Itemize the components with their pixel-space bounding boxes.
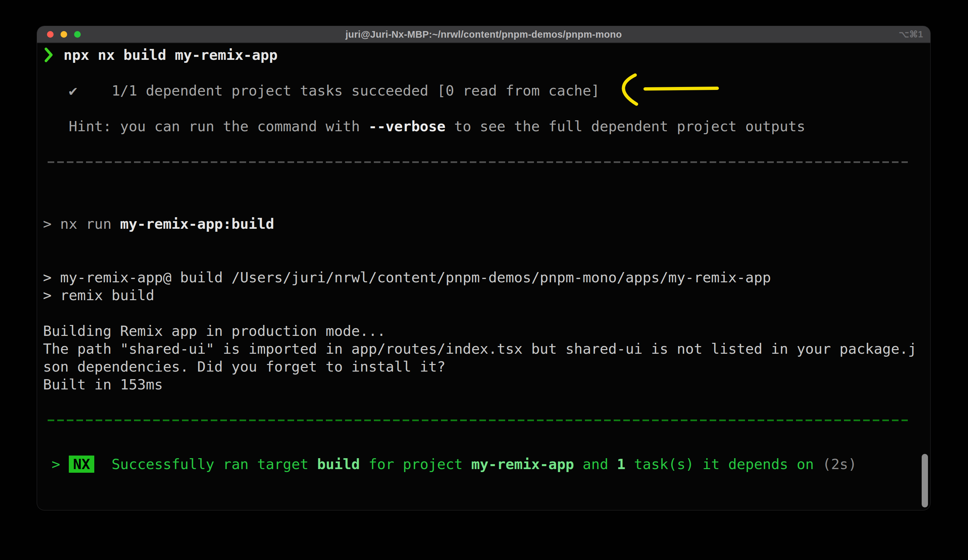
traffic-lights — [47, 26, 81, 43]
command-line: npx nx build my-remix-app — [43, 46, 930, 64]
home-symbol: ~ — [43, 509, 51, 510]
terminal-content[interactable]: npx nx build my-remix-app ✔ 1/1 dependen… — [37, 43, 930, 510]
nx-run-prefix: > nx run — [43, 216, 120, 232]
blank-line — [43, 393, 930, 411]
hint-line: Hint: you can run the command with --ver… — [43, 117, 930, 135]
success-task-count: 1 — [617, 456, 626, 472]
blank-line — [43, 99, 930, 117]
close-button-icon[interactable] — [47, 31, 54, 38]
package-script-line: > my-remix-app@ build /Users/juri/nrwl/c… — [43, 268, 930, 286]
cwd-path: /nrwl/content/pnpm-demos/ — [51, 509, 266, 510]
nx-success-line: > NX Successfully ran target build for p… — [43, 455, 930, 473]
blank-line — [43, 304, 930, 322]
success-target: build — [317, 456, 360, 472]
command-text: npx nx build my-remix-app — [55, 46, 278, 63]
build-output-line: The path "shared-ui" is imported in app/… — [43, 340, 930, 358]
build-output-line: son dependencies. Did you forget to inst… — [43, 358, 930, 375]
shell-path-line: ~/nrwl/content/pnpm-demos/pnpm-mono main… — [43, 509, 930, 510]
minimize-button-icon[interactable] — [61, 31, 67, 38]
blank-line — [43, 233, 930, 251]
git-branch: main — [343, 509, 394, 510]
success-project: my-remix-app — [471, 456, 574, 472]
success-text: task(s) it depends on — [626, 456, 822, 472]
tasks-succeeded-line: ✔ 1/1 dependent project tasks succeeded … — [43, 82, 930, 99]
terminal-window: juri@Juri-Nx-MBP:~/nrwl/content/pnpm-dem… — [37, 26, 930, 510]
success-text: for project — [360, 456, 471, 472]
tasks-succeeded-text: 1/1 dependent project tasks succeeded [0… — [111, 82, 600, 99]
window-title: juri@Juri-Nx-MBP:~/nrwl/content/pnpm-dem… — [345, 29, 622, 40]
hint-text-suffix: to see the full dependent project output… — [446, 118, 805, 135]
blank-line — [43, 64, 930, 82]
hint-text: Hint: you can run the command with — [69, 118, 368, 135]
scrollbar-thumb[interactable] — [922, 454, 928, 507]
blank-line — [43, 437, 930, 455]
prompt-filler-dots: ········································… — [428, 509, 930, 510]
annotation-arrow — [613, 73, 719, 107]
build-output-line: Built in 153ms — [43, 375, 930, 393]
verbose-flag: --verbose — [368, 118, 446, 135]
blank-line — [43, 135, 930, 153]
remix-build-line: > remix build — [43, 286, 930, 304]
nx-run-target: my-remix-app:build — [120, 216, 274, 232]
blank-line — [43, 473, 930, 491]
blank-line — [43, 197, 930, 215]
window-titlebar[interactable]: juri@Juri-Nx-MBP:~/nrwl/content/pnpm-dem… — [37, 26, 930, 43]
dashed-separator-green — [48, 420, 908, 421]
success-text: and — [574, 456, 617, 472]
blank-line — [43, 491, 930, 509]
nx-run-line: > nx run my-remix-app:build — [43, 215, 930, 233]
dashed-separator — [48, 161, 908, 163]
separator-line — [43, 161, 930, 179]
success-prompt: > — [43, 456, 69, 472]
success-check-icon: ✔ — [69, 82, 78, 99]
success-text: Successfully ran target — [94, 456, 317, 472]
blank-line — [43, 251, 930, 268]
nx-badge: NX — [69, 456, 94, 473]
zoom-button-icon[interactable] — [74, 31, 81, 38]
prompt-chevron-icon — [43, 46, 55, 64]
tab-shortcut-label: ⌥⌘1 — [899, 26, 923, 43]
blank-line — [43, 179, 930, 197]
separator-line-green — [43, 420, 930, 437]
repo-name: pnpm-mono — [266, 509, 343, 510]
success-duration: (2s) — [822, 456, 857, 472]
build-output-line: Building Remix app in production mode... — [43, 322, 930, 340]
git-status: ?1 — [394, 509, 411, 510]
